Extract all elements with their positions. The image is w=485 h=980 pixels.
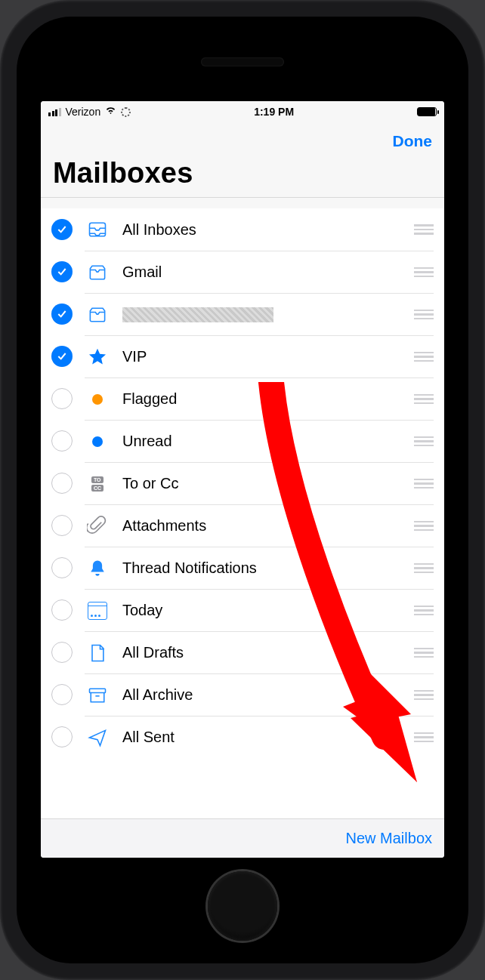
row-today[interactable]: Today (41, 589, 444, 631)
mailbox-label: All Sent (122, 729, 175, 746)
redacted-label (122, 307, 273, 322)
checkbox[interactable] (51, 726, 73, 747)
signal-bars-icon (48, 108, 61, 116)
speaker-grille (201, 57, 284, 66)
archive-icon (85, 685, 110, 706)
battery-icon (417, 107, 437, 116)
row-unread[interactable]: Unread (41, 420, 444, 462)
row-all-archive[interactable]: All Archive (41, 673, 444, 716)
row-all-inboxes[interactable]: All Inboxes (41, 208, 444, 251)
nav-bar: Done Mailboxes (41, 122, 444, 198)
dot-orange-icon (85, 394, 110, 405)
checkbox[interactable] (51, 261, 73, 282)
bottom-toolbar: New Mailbox (41, 818, 444, 858)
tocc-icon: TOCC (85, 476, 110, 492)
row-to-or-cc[interactable]: TOCCTo or Cc (41, 462, 444, 504)
drag-handle-icon[interactable] (406, 561, 434, 576)
mailbox-label: Today (122, 602, 162, 619)
activity-spinner-icon (121, 107, 131, 117)
drag-handle-icon[interactable] (406, 434, 434, 449)
drag-handle-icon[interactable] (406, 519, 434, 534)
row-all-drafts[interactable]: All Drafts (41, 631, 444, 673)
row-vip[interactable]: VIP (41, 335, 444, 378)
paperclip-icon (85, 516, 110, 537)
status-bar: Verizon 1:19 PM (41, 101, 444, 122)
row-all-sent[interactable]: All Sent (41, 716, 444, 758)
drag-handle-icon[interactable] (406, 688, 434, 703)
new-mailbox-button[interactable]: New Mailbox (346, 830, 432, 847)
bell-icon (85, 558, 110, 579)
device-frame: Verizon 1:19 PM Done Mailboxes (0, 0, 485, 980)
mailbox-label: Unread (122, 433, 172, 450)
row-thread-notifications[interactable]: Thread Notifications (41, 547, 444, 589)
drag-handle-icon[interactable] (406, 603, 434, 618)
inbox-icon (85, 262, 110, 283)
mailbox-label: Thread Notifications (122, 559, 257, 577)
mailbox-label: All Drafts (122, 644, 184, 661)
mailbox-label: Gmail (122, 263, 162, 281)
mailbox-label: All Archive (122, 686, 193, 704)
checkbox[interactable] (51, 473, 73, 494)
mailbox-label: Attachments (122, 517, 206, 535)
inbox-icon (85, 304, 110, 325)
row-flagged[interactable]: Flagged (41, 378, 444, 420)
all-inboxes-icon (85, 219, 110, 240)
checkbox[interactable] (51, 599, 73, 621)
dot-blue-icon (85, 436, 110, 447)
carrier-label: Verizon (66, 106, 101, 118)
sent-icon (85, 727, 110, 748)
drag-handle-icon[interactable] (406, 730, 434, 745)
checkbox[interactable] (51, 304, 73, 325)
clock: 1:19 PM (254, 106, 294, 118)
drag-handle-icon[interactable] (406, 307, 434, 322)
drag-handle-icon[interactable] (406, 350, 434, 365)
checkbox[interactable] (51, 346, 73, 367)
svg-rect-0 (90, 223, 106, 236)
drag-handle-icon[interactable] (406, 222, 434, 237)
today-icon (85, 602, 110, 620)
done-button[interactable]: Done (393, 132, 433, 150)
drag-handle-icon[interactable] (406, 646, 434, 661)
checkbox[interactable] (51, 557, 73, 578)
row-gmail[interactable]: Gmail (41, 251, 444, 293)
checkbox[interactable] (51, 430, 73, 451)
wifi-icon (105, 105, 116, 119)
drag-handle-icon[interactable] (406, 392, 434, 407)
star-icon (85, 347, 110, 368)
mailbox-label: Flagged (122, 390, 177, 408)
drag-handle-icon[interactable] (406, 476, 434, 492)
mailbox-label: VIP (122, 348, 147, 365)
home-button[interactable] (208, 871, 277, 941)
draft-icon (85, 643, 110, 664)
screen: Verizon 1:19 PM Done Mailboxes (41, 101, 444, 858)
checkbox[interactable] (51, 515, 73, 536)
mailbox-label: To or Cc (122, 475, 178, 492)
svg-rect-1 (90, 689, 106, 692)
mailbox-list[interactable]: All Inboxes Gmail VIPFlaggedUnreadTOCCTo… (41, 208, 444, 818)
mailbox-label: All Inboxes (122, 221, 196, 239)
checkbox[interactable] (51, 684, 73, 705)
checkbox[interactable] (51, 388, 73, 409)
checkbox[interactable] (51, 642, 73, 663)
drag-handle-icon[interactable] (406, 265, 434, 280)
row-attachments[interactable]: Attachments (41, 504, 444, 547)
checkbox[interactable] (51, 219, 73, 240)
page-title: Mailboxes (53, 153, 432, 190)
row-redacted[interactable] (41, 293, 444, 335)
